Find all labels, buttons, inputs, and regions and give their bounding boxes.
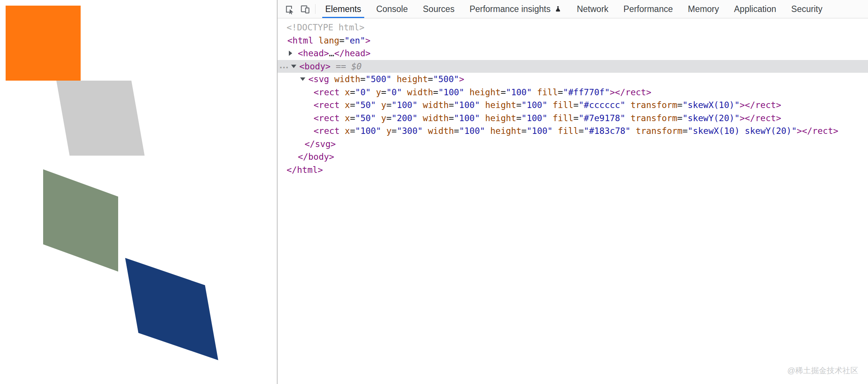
page-preview — [0, 0, 277, 384]
code-line[interactable]: …<body> == $0 — [278, 60, 868, 73]
code-token: <!DOCTYPE html> — [287, 22, 365, 32]
code-token: = — [521, 126, 527, 136]
code-line[interactable]: </svg> — [278, 138, 868, 151]
collapse-arrow-icon[interactable] — [291, 64, 296, 68]
inspect-button[interactable] — [281, 0, 297, 18]
code-token: fill — [537, 87, 558, 97]
dom-tree: <!DOCTYPE html><html lang="en"><head>…</… — [278, 18, 868, 176]
code-token: <html — [287, 36, 313, 45]
code-token: "skewX(10)" — [682, 100, 739, 110]
code-token: <rect — [314, 100, 339, 110]
code-line[interactable]: <html lang="en"> — [278, 34, 868, 47]
tab-performance[interactable]: Performance — [616, 0, 680, 18]
code-token: <body> — [299, 62, 330, 71]
code-token — [376, 113, 381, 123]
code-token: <head> — [298, 48, 329, 58]
flask-icon — [554, 5, 562, 13]
code-token: x — [345, 87, 350, 97]
code-token — [553, 126, 558, 136]
svg-rect — [6, 6, 81, 81]
code-line[interactable]: <head>…</head> — [278, 47, 868, 60]
more-actions-icon[interactable]: … — [279, 58, 289, 72]
tab-security[interactable]: Security — [784, 0, 830, 18]
code-token: … — [329, 48, 334, 58]
code-token: "500" — [433, 74, 459, 84]
code-token: = — [386, 100, 392, 110]
code-token: width — [407, 87, 433, 97]
code-token — [625, 100, 631, 110]
code-token — [402, 87, 407, 97]
code-token: "#7e9178" — [578, 113, 625, 123]
code-token: y — [376, 87, 381, 97]
code-token: ></rect> — [797, 126, 838, 136]
tab-memory[interactable]: Memory — [680, 0, 727, 18]
code-token: </svg> — [305, 139, 336, 149]
tab-label: Elements — [325, 4, 361, 14]
tab-performance-insights[interactable]: Performance insights — [462, 0, 569, 18]
code-token — [339, 87, 345, 97]
tab-sources[interactable]: Sources — [415, 0, 462, 18]
tab-label: Console — [376, 4, 408, 14]
code-token: = — [339, 36, 345, 45]
code-token — [339, 126, 345, 136]
collapse-arrow-icon[interactable] — [300, 78, 305, 81]
tab-console[interactable]: Console — [369, 0, 415, 18]
code-token: </body> — [298, 152, 334, 162]
code-token — [464, 87, 470, 97]
device-toolbar-button[interactable] — [297, 0, 313, 18]
code-token: "en" — [344, 36, 365, 45]
code-line[interactable]: <svg width="500" height="500"> — [278, 73, 868, 86]
code-token — [417, 113, 423, 123]
tab-application[interactable]: Application — [727, 0, 784, 18]
code-token — [417, 100, 423, 110]
code-token: fill — [553, 113, 573, 123]
code-token: fill — [553, 100, 573, 110]
code-token: $0 — [351, 62, 362, 71]
device-toolbar-icon — [300, 4, 310, 14]
tab-network[interactable]: Network — [569, 0, 616, 18]
code-line[interactable]: <rect x="100" y="300" width="100" height… — [278, 124, 868, 138]
code-token: = — [392, 126, 397, 136]
code-token — [631, 126, 636, 136]
code-token: = — [381, 87, 386, 97]
svg-rect — [125, 258, 218, 360]
code-token: "skewY(20)" — [682, 113, 739, 123]
svg-canvas — [6, 6, 277, 381]
toolbar-separator — [315, 4, 315, 14]
code-token: width — [423, 100, 449, 110]
code-token: = — [350, 126, 355, 136]
code-token: = — [350, 87, 355, 97]
code-token: ></rect> — [740, 113, 781, 123]
code-line[interactable]: <rect x="50" y="200" width="100" height=… — [278, 112, 868, 125]
code-token: = — [516, 100, 521, 110]
code-line[interactable]: <!DOCTYPE html> — [278, 21, 868, 34]
code-token: = — [433, 87, 439, 97]
tab-label: Performance insights — [470, 4, 551, 14]
code-token: <rect — [314, 126, 339, 136]
inspect-icon — [284, 4, 294, 14]
code-token: = — [454, 126, 459, 136]
code-token — [547, 113, 553, 123]
code-token — [339, 113, 345, 123]
expand-arrow-icon[interactable] — [289, 51, 292, 56]
code-token: = — [449, 100, 454, 110]
code-token: transform — [636, 126, 683, 136]
code-token: <svg — [308, 74, 329, 84]
code-token: ></rect> — [740, 100, 781, 110]
code-token: "100" — [459, 126, 485, 136]
code-line[interactable]: <rect x="50" y="100" width="100" height=… — [278, 99, 868, 112]
code-token — [532, 87, 537, 97]
code-token: transform — [631, 100, 677, 110]
code-line[interactable]: <rect x="0" y="0" width="100" height="10… — [278, 86, 868, 99]
code-token — [376, 100, 381, 110]
code-line[interactable]: </body> — [278, 150, 868, 164]
tab-elements[interactable]: Elements — [318, 0, 369, 18]
code-line[interactable]: </html> — [278, 164, 868, 177]
code-token: = — [360, 74, 366, 84]
code-token: "100" — [454, 100, 480, 110]
code-token: <rect — [314, 87, 339, 97]
code-token — [423, 126, 428, 136]
code-token: "100" — [527, 126, 553, 136]
code-token: == — [330, 62, 351, 71]
code-token: "#183c78" — [584, 126, 631, 136]
